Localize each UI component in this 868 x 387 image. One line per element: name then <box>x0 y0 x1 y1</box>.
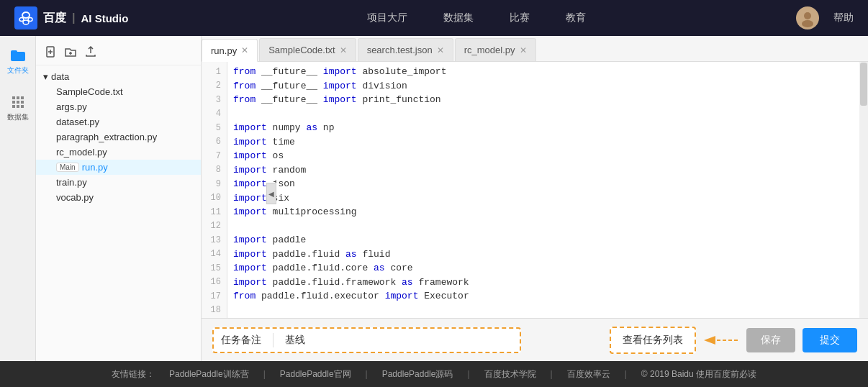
line-numbers: 123 456 789 101112 131415 161718 192021 … <box>202 62 227 318</box>
submit-button[interactable]: 提交 <box>803 328 857 352</box>
navbar-divider: | <box>72 12 75 24</box>
file-main-badge: Main <box>56 163 79 172</box>
file-args-name: args.py <box>56 101 87 112</box>
main-nav: 项目大厅 数据集 比赛 教育 <box>157 9 796 27</box>
svg-rect-8 <box>11 50 17 54</box>
sidebar-item-files[interactable]: 文件夹 <box>4 43 32 79</box>
brand-text: AI Studio <box>81 12 128 24</box>
nav-item-competitions[interactable]: 比赛 <box>510 9 530 27</box>
file-train[interactable]: train.py <box>36 175 201 190</box>
main-content: 文件夹 数据集 <box>0 36 868 361</box>
footer-copyright: © 2019 Baidu 使用百度前必读 <box>641 368 756 381</box>
baidu-text: 百度 <box>43 11 66 26</box>
sidebar-files-label: 文件夹 <box>7 65 29 76</box>
file-runpy-name: run.py <box>82 162 108 173</box>
tab-searchjson-label: search.test.json <box>367 45 433 55</box>
tab-runpy-close[interactable]: ✕ <box>241 46 248 55</box>
footer-link-2[interactable]: PaddlePaddle源码 <box>382 368 453 381</box>
tab-samplecode-close[interactable]: ✕ <box>340 46 347 55</box>
footer-link-4[interactable]: 百度效率云 <box>567 368 610 381</box>
editor-tabs: run.py ✕ SampleCode.txt ✕ search.test.js… <box>202 36 868 62</box>
code-content[interactable]: from __future__ import absolute_import f… <box>227 62 859 318</box>
folder-arrow: ▾ <box>43 71 48 82</box>
file-dataset[interactable]: dataset.py <box>36 114 201 129</box>
svg-point-0 <box>22 12 30 18</box>
tab-runpy-label: run.py <box>211 45 237 56</box>
folder-name: data <box>51 71 69 82</box>
task-note-input[interactable] <box>311 334 512 346</box>
view-tasks-button[interactable]: 查看任务列表 <box>610 327 696 354</box>
new-folder-icon[interactable] <box>63 45 78 59</box>
svg-rect-14 <box>21 101 24 104</box>
svg-rect-12 <box>12 101 15 104</box>
file-args[interactable]: args.py <box>36 99 201 114</box>
file-tree: ▾ data SampleCode.txt args.py dataset.py… <box>36 36 202 361</box>
file-vocab[interactable]: vocab.py <box>36 190 201 205</box>
save-button[interactable]: 保存 <box>746 328 795 352</box>
file-rcmodel-name: rc_model.py <box>56 147 107 158</box>
svg-rect-9 <box>12 96 15 99</box>
svg-rect-10 <box>17 96 19 99</box>
file-dataset-name: dataset.py <box>56 117 99 127</box>
svg-rect-16 <box>17 105 19 108</box>
sidebar-item-datasets[interactable]: 数据集 <box>4 90 32 126</box>
file-tree-toolbar <box>36 42 201 65</box>
task-note-label: 任务备注 <box>221 334 261 347</box>
code-editor: 123 456 789 101112 131415 161718 192021 … <box>202 62 868 318</box>
tab-samplecode[interactable]: SampleCode.txt ✕ <box>259 38 356 61</box>
nav-item-projects[interactable]: 项目大厅 <box>367 9 407 27</box>
scrollbar-track[interactable] <box>859 62 868 318</box>
help-link[interactable]: 帮助 <box>833 12 854 24</box>
folder-data[interactable]: ▾ data <box>36 69 201 84</box>
user-avatar[interactable] <box>796 6 819 29</box>
svg-point-6 <box>802 20 813 27</box>
new-file-icon[interactable] <box>43 45 58 59</box>
tab-rcmodel-close[interactable]: ✕ <box>520 46 527 55</box>
bottom-panel: 任务备注 基线 查看任务列表 保存 提交 <box>202 318 868 361</box>
sidebar-collapse-toggle[interactable]: ◀ <box>266 183 276 204</box>
navbar-right: 帮助 <box>796 6 854 29</box>
nav-item-datasets[interactable]: 数据集 <box>443 9 474 27</box>
footer-link-0[interactable]: PaddlePaddle训练营 <box>169 368 249 381</box>
svg-point-2 <box>28 18 32 22</box>
file-vocab-name: vocab.py <box>56 192 94 203</box>
sidebar-icons: 文件夹 数据集 <box>0 36 36 361</box>
dataset-icon <box>9 94 27 111</box>
input-divider <box>273 333 273 347</box>
svg-rect-17 <box>21 105 24 108</box>
svg-rect-15 <box>12 105 15 108</box>
baseline-label: 基线 <box>285 334 305 347</box>
navbar: 百度 | AI Studio 项目大厅 数据集 比赛 教育 帮助 <box>0 0 868 36</box>
upload-icon[interactable] <box>83 45 98 59</box>
nav-item-education[interactable]: 教育 <box>566 9 586 27</box>
tab-samplecode-label: SampleCode.txt <box>268 45 335 55</box>
file-samplecode[interactable]: SampleCode.txt <box>36 84 201 99</box>
file-train-name: train.py <box>56 177 87 188</box>
footer: 友情链接： PaddlePaddle训练营 | PaddlePaddle官网 |… <box>0 361 868 387</box>
arrow-decoration <box>703 329 739 351</box>
file-paragraph[interactable]: paragraph_extraction.py <box>36 129 201 145</box>
file-paragraph-name: paragraph_extraction.py <box>56 132 157 142</box>
svg-rect-11 <box>21 96 24 99</box>
logo: 百度 | AI Studio <box>14 6 128 29</box>
svg-rect-13 <box>17 101 19 104</box>
tab-searchjson[interactable]: search.test.json ✕ <box>358 38 453 61</box>
footer-prefix: 友情链接： <box>112 368 155 381</box>
file-samplecode-name: SampleCode.txt <box>56 86 123 97</box>
tab-runpy[interactable]: run.py ✕ <box>202 39 258 62</box>
bottom-right-actions: 查看任务列表 保存 提交 <box>610 327 857 354</box>
file-rcmodel[interactable]: rc_model.py <box>36 145 201 160</box>
footer-link-3[interactable]: 百度技术学院 <box>484 368 536 381</box>
svg-point-5 <box>804 12 811 19</box>
file-runpy[interactable]: Main run.py <box>36 160 201 175</box>
svg-point-3 <box>23 20 29 24</box>
tab-searchjson-close[interactable]: ✕ <box>437 46 444 55</box>
footer-link-1[interactable]: PaddlePaddle官网 <box>280 368 351 381</box>
svg-point-1 <box>19 18 24 22</box>
tab-rcmodel-label: rc_model.py <box>464 45 515 55</box>
baidu-logo-icon <box>14 6 37 29</box>
tab-rcmodel[interactable]: rc_model.py ✕ <box>455 38 536 61</box>
editor-area: run.py ✕ SampleCode.txt ✕ search.test.js… <box>202 36 868 361</box>
scrollbar-thumb[interactable] <box>860 63 867 106</box>
folder-icon <box>9 47 27 64</box>
